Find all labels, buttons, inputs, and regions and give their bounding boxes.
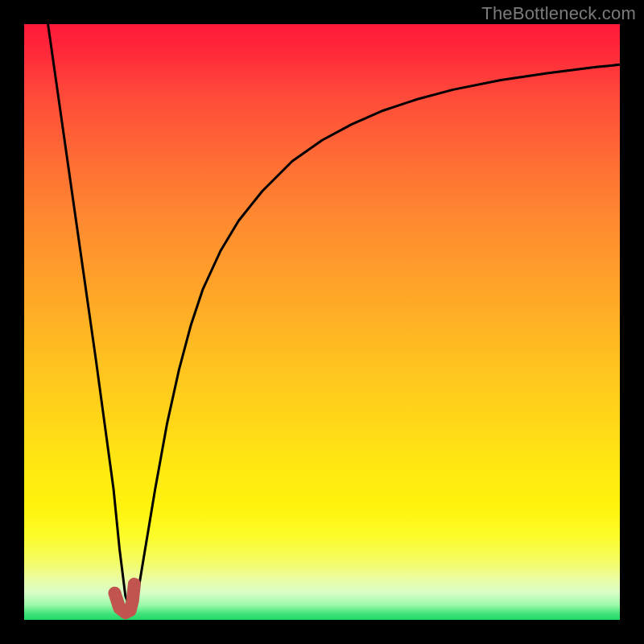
plot-area	[24, 24, 620, 620]
curve-layer	[24, 24, 620, 620]
watermark-text: TheBottleneck.com	[481, 3, 636, 24]
chart-frame: TheBottleneck.com	[0, 0, 644, 644]
bottleneck-curve	[48, 24, 620, 611]
